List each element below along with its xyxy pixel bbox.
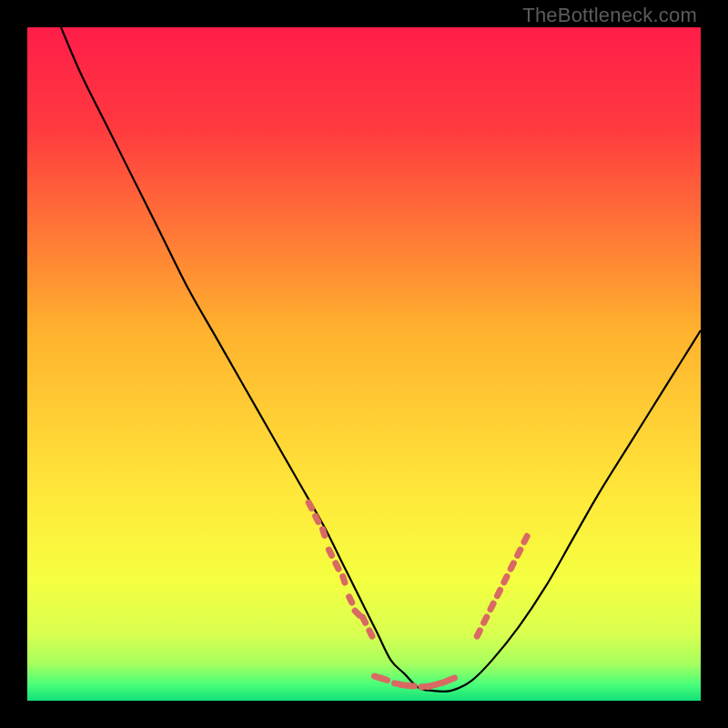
chart-frame (27, 27, 701, 701)
chart-svg (27, 27, 701, 701)
highlight-dot (377, 674, 391, 684)
highlight-dot (473, 626, 485, 641)
highlight-dot (486, 600, 498, 614)
highlight-dot (507, 559, 519, 573)
highlight-dots-bottom (370, 672, 459, 691)
highlight-dot (480, 612, 491, 627)
highlight-dots-right (473, 532, 531, 641)
bottleneck-curve (61, 27, 701, 692)
watermark-text: TheBottleneck.com (522, 4, 697, 27)
highlight-dots-left (305, 499, 377, 641)
highlight-dot (405, 682, 418, 690)
plot-area (27, 27, 701, 701)
highlight-dot (493, 586, 505, 601)
highlight-dot (513, 545, 525, 560)
highlight-dot (345, 592, 357, 607)
highlight-dot (520, 532, 531, 547)
highlight-dot (500, 572, 511, 587)
